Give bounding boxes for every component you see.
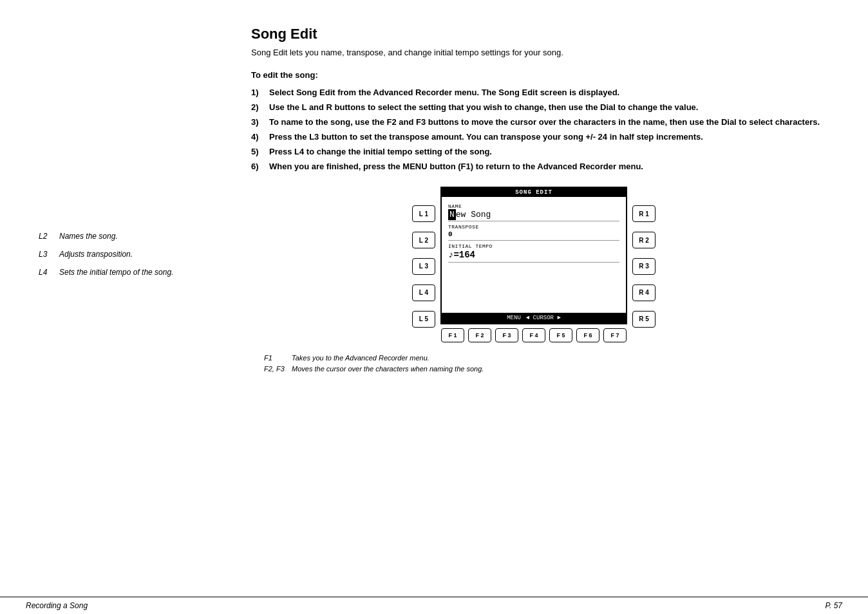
left-buttons-column: L 1 L 2 L 3 L 4 L 5 <box>412 187 440 342</box>
screen: SONG EDIT NAME New Song TRANSPOSE 0 INIT… <box>440 187 627 324</box>
button-f1[interactable]: F 1 <box>441 328 464 342</box>
page-subtitle: Song Edit lets you name, transpose, and … <box>251 48 829 57</box>
screen-title-bar: SONG EDIT <box>442 188 626 197</box>
step-5: 5) Press L4 to change the initial tempo … <box>251 147 829 156</box>
button-r2[interactable]: R 2 <box>632 232 656 248</box>
cursor-label: ◄ CURSOR ► <box>526 315 561 321</box>
caption-f1-key: F1 <box>264 353 287 364</box>
sidebar-label-l2: L2 <box>39 232 53 241</box>
button-f5[interactable]: F 5 <box>549 328 572 342</box>
button-l4[interactable]: L 4 <box>412 284 435 301</box>
step-1-text: Select Song Edit from the Advanced Recor… <box>269 88 829 97</box>
caption-f2f3-key: F2, F3 <box>264 364 287 375</box>
button-r3[interactable]: R 3 <box>632 258 656 275</box>
step-1-num: 1) <box>251 88 264 97</box>
step-3-text: To name to the song, use the F2 and F3 b… <box>269 117 829 127</box>
steps-list: 1) Select Song Edit from the Advanced Re… <box>251 88 829 171</box>
initial-tempo-label: INITIAL TEMPO <box>448 243 619 249</box>
step-4-num: 4) <box>251 132 264 142</box>
name-label: NAME <box>448 203 619 209</box>
step-6: 6) When you are finished, press the MENU… <box>251 162 829 171</box>
name-rest: ew Song <box>456 210 491 219</box>
page-container: L2 Names the song. L3 Adjusts transposit… <box>0 0 868 614</box>
function-buttons-row: F 1 F 2 F 3 F 4 F 5 F 6 F 7 <box>441 328 627 342</box>
step-5-num: 5) <box>251 147 264 156</box>
sidebar-text-l3: Adjusts transposition. <box>59 250 133 259</box>
screen-wrapper: SONG EDIT NAME New Song TRANSPOSE 0 INIT… <box>440 187 627 342</box>
device-body: L 1 L 2 L 3 L 4 L 5 SONG EDIT NAME <box>412 187 656 342</box>
caption-f2f3: F2, F3 Moves the cursor over the charact… <box>264 364 829 375</box>
caption-f1: F1 Takes you to the Advanced Recorder me… <box>264 353 829 364</box>
sidebar-entry-l3: L3 Adjusts transposition. <box>39 250 219 259</box>
content-area: L2 Names the song. L3 Adjusts transposit… <box>0 26 868 597</box>
right-buttons-column: R 1 R 2 R 3 R 4 R 5 <box>627 187 656 342</box>
button-f6[interactable]: F 6 <box>576 328 599 342</box>
footer-left: Recording a Song <box>26 601 88 610</box>
button-r4[interactable]: R 4 <box>632 284 656 301</box>
sidebar-text-l2: Names the song. <box>59 232 118 241</box>
name-cursor-char: N <box>448 209 456 220</box>
caption-notes: F1 Takes you to the Advanced Recorder me… <box>264 353 829 374</box>
button-f4[interactable]: F 4 <box>522 328 545 342</box>
page-title: Song Edit <box>251 26 829 42</box>
button-r5[interactable]: R 5 <box>632 311 656 328</box>
sidebar-label-l4: L4 <box>39 268 53 277</box>
step-1: 1) Select Song Edit from the Advanced Re… <box>251 88 829 97</box>
sidebar-entry-l2: L2 Names the song. <box>39 232 219 241</box>
menu-label: MENU <box>507 315 521 321</box>
step-2: 2) Use the L and R buttons to select the… <box>251 102 829 112</box>
step-4: 4) Press the L3 button to set the transp… <box>251 132 829 142</box>
step-5-text: Press L4 to change the initial tempo set… <box>269 147 829 156</box>
button-f7[interactable]: F 7 <box>603 328 627 342</box>
sidebar-text-l4: Sets the initial tempo of the song. <box>59 268 173 277</box>
device-diagram: L 1 L 2 L 3 L 4 L 5 SONG EDIT NAME <box>238 187 829 342</box>
button-r1[interactable]: R 1 <box>632 205 656 222</box>
transpose-value: 0 <box>448 230 619 241</box>
transpose-label: TRANSPOSE <box>448 224 619 230</box>
step-3-num: 3) <box>251 117 264 127</box>
left-sidebar: L2 Names the song. L3 Adjusts transposit… <box>39 26 232 597</box>
step-2-text: Use the L and R buttons to select the se… <box>269 102 829 112</box>
button-l3[interactable]: L 3 <box>412 258 435 275</box>
button-l1[interactable]: L 1 <box>412 205 435 222</box>
initial-tempo-value: ♪=164 <box>448 250 619 263</box>
page-footer: Recording a Song P. 57 <box>0 597 868 614</box>
button-l5[interactable]: L 5 <box>412 311 435 328</box>
footer-right: P. 57 <box>826 601 842 610</box>
step-2-num: 2) <box>251 102 264 112</box>
sidebar-entry-l4: L4 Sets the initial tempo of the song. <box>39 268 219 277</box>
section-header: To edit the song: <box>251 70 829 80</box>
caption-f1-text: Takes you to the Advanced Recorder menu. <box>292 353 429 364</box>
screen-content: NAME New Song TRANSPOSE 0 INITIAL TEMPO … <box>442 197 626 313</box>
step-6-text: When you are finished, press the MENU bu… <box>269 162 829 171</box>
screen-bottom-bar: MENU ◄ CURSOR ► <box>442 313 626 323</box>
caption-f2f3-text: Moves the cursor over the characters whe… <box>292 364 484 375</box>
sidebar-label-l3: L3 <box>39 250 53 259</box>
main-content: Song Edit Song Edit lets you name, trans… <box>232 26 829 597</box>
step-4-text: Press the L3 button to set the transpose… <box>269 132 829 142</box>
button-f2[interactable]: F 2 <box>468 328 491 342</box>
step-3: 3) To name to the song, use the F2 and F… <box>251 117 829 127</box>
button-l2[interactable]: L 2 <box>412 232 435 248</box>
step-6-num: 6) <box>251 162 264 171</box>
name-value: New Song <box>448 210 619 221</box>
button-f3[interactable]: F 3 <box>495 328 518 342</box>
